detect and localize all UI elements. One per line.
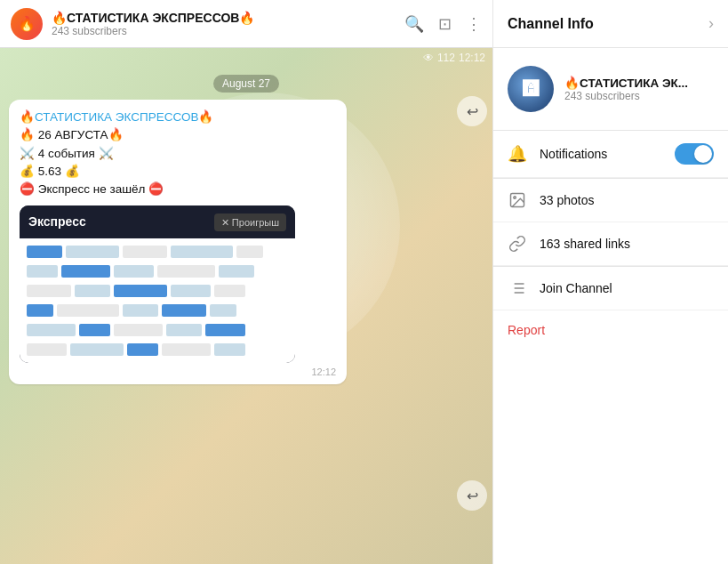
photos-row[interactable]: 33 photos <box>493 179 728 222</box>
express-card: Экспресс ✕ Проигрыш <box>20 205 295 363</box>
channel-sub: 243 subscribers <box>564 90 688 102</box>
toggle-knob <box>694 145 712 163</box>
chat-header-icons: 🔍 ⊡ ⋮ <box>404 14 482 34</box>
channel-name: 🔥СТАТИСТИКА ЭК... <box>564 76 688 90</box>
chat-title: 🔥СТАТИСТИКА ЭКСПРЕССОВ🔥 <box>52 11 404 25</box>
join-label: Join Channel <box>540 281 612 295</box>
date-badge: August 27 <box>0 75 492 93</box>
message-bubble: 🔥СТАТИСТИКА ЭКСПРЕССОВ🔥 🔥 26 АВГУСТА🔥 ⚔️… <box>9 100 347 384</box>
message-line2: 🔥 26 АВГУСТА🔥 <box>20 126 336 144</box>
photos-label: 33 photos <box>540 193 714 207</box>
link-icon <box>508 235 527 253</box>
message-time: 12:12 <box>459 52 485 64</box>
notifications-row[interactable]: 🔔 Notifications <box>493 131 728 178</box>
channel-card: 🅰 🔥СТАТИСТИКА ЭК... 243 subscribers <box>493 48 728 131</box>
view-count: 112 <box>437 52 455 64</box>
chat-header: 🔥 🔥СТАТИСТИКА ЭКСПРЕССОВ🔥 243 subscriber… <box>0 0 492 48</box>
channel-avatar: 🅰 <box>508 66 554 112</box>
message-line4: 💰 5.63 💰 <box>20 163 336 181</box>
chat-panel: 🔥 🔥СТАТИСТИКА ЭКСПРЕССОВ🔥 243 subscriber… <box>0 0 492 564</box>
forward-button-bottom[interactable]: ↩ <box>457 480 487 511</box>
more-icon[interactable]: ⋮ <box>466 14 482 34</box>
message-line1: 🔥СТАТИСТИКА ЭКСПРЕССОВ🔥 <box>20 110 213 124</box>
chat-background: ↩ 👁 112 12:12 August 27 🔥СТАТИСТИКА ЭКСП… <box>0 48 492 564</box>
notifications-label: Notifications <box>540 147 662 161</box>
close-icon[interactable]: › <box>708 14 714 33</box>
table-row <box>20 242 295 262</box>
eye-icon: 👁 <box>423 52 434 64</box>
table-row <box>20 301 295 320</box>
channel-info: 🔥СТАТИСТИКА ЭК... 243 subscribers <box>564 76 688 102</box>
links-row[interactable]: 163 shared links <box>493 222 728 266</box>
chat-header-info: 🔥СТАТИСТИКА ЭКСПРЕССОВ🔥 243 subscribers <box>52 11 404 37</box>
photo-icon <box>508 191 527 209</box>
info-panel-title: Channel Info <box>508 16 594 32</box>
message-text: 🔥СТАТИСТИКА ЭКСПРЕССОВ🔥 🔥 26 АВГУСТА🔥 ⚔️… <box>20 109 336 363</box>
message-line3: ⚔️ 4 события ⚔️ <box>20 145 336 163</box>
express-loss-badge: ✕ Проигрыш <box>214 214 286 232</box>
forward-button-top[interactable]: ↩ <box>457 96 487 126</box>
svg-point-1 <box>514 197 516 199</box>
report-row[interactable]: Report <box>493 310 728 350</box>
search-icon[interactable]: 🔍 <box>404 14 424 34</box>
links-label: 163 shared links <box>540 237 714 251</box>
table-row <box>20 262 295 281</box>
bell-icon: 🔔 <box>508 144 527 164</box>
chat-avatar: 🔥 <box>11 8 43 40</box>
chat-subscribers: 243 subscribers <box>52 25 404 37</box>
info-panel: Channel Info › 🅰 🔥СТАТИСТИКА ЭК... 243 s… <box>492 0 728 564</box>
info-header: Channel Info › <box>493 0 728 48</box>
message-views-bar: 👁 112 12:12 <box>0 48 492 66</box>
express-card-header: Экспресс ✕ Проигрыш <box>20 205 295 238</box>
msg-time-bubble: 12:12 <box>20 367 336 377</box>
join-channel-row[interactable]: Join Channel <box>493 267 728 310</box>
notifications-toggle[interactable] <box>675 143 714 165</box>
message-line5: ⛔️ Экспресс не зашёл ⛔️ <box>20 181 336 198</box>
channel-avatar-inner: 🅰 <box>508 66 554 112</box>
join-icon <box>508 279 527 297</box>
table-row <box>20 281 295 301</box>
table-row <box>20 340 295 359</box>
columns-icon[interactable]: ⊡ <box>438 14 452 34</box>
express-title: Экспресс <box>28 213 86 231</box>
report-label: Report <box>508 323 714 337</box>
table-row <box>20 320 295 340</box>
express-table <box>20 238 295 363</box>
